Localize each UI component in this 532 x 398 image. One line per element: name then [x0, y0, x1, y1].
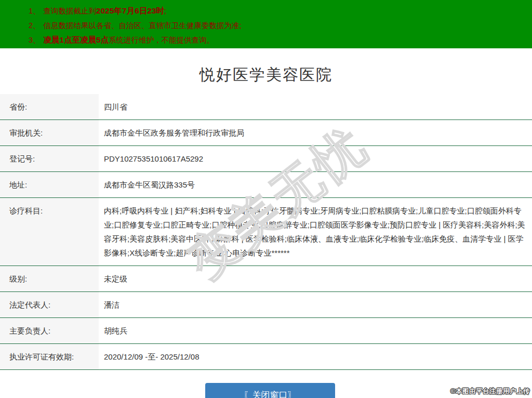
notice-line-2: 2、信息数据结果以各省、自治区、直辖市卫生健康委数据为准;: [29, 18, 527, 33]
notice-banner: 1、查询数据截止到2025年7月6日23时; 2、信息数据结果以各省、自治区、直…: [0, 0, 532, 48]
row-label: 地址:: [0, 172, 99, 197]
notice-text: 系统进行维护，不能提供查询。: [109, 36, 214, 44]
notice-text: 信息数据结果以各省、自治区、直辖市卫生健康委数据为准;: [44, 21, 242, 30]
row-label: 省份:: [0, 94, 99, 120]
row-label: 诊疗科目:: [0, 198, 99, 266]
table-row-medical-subjects: 诊疗科目: 内科;呼吸内科专业 | 妇产科;妇科专业 | 口腔科;牙体牙髓病专业…: [0, 198, 532, 266]
row-value: 成都市金牛区蜀汉路335号: [99, 172, 532, 197]
table-row-province: 省份: 四川省: [0, 94, 532, 120]
query-result-page: 1、查询数据截止到2025年7月6日23时; 2、信息数据结果以各省、自治区、直…: [0, 0, 532, 398]
row-value: 胡纯兵: [99, 318, 532, 343]
table-row-legal-representative: 法定代表人: 潘洁: [0, 292, 532, 318]
notice-text-bold: 2025年7月6日23时: [96, 6, 164, 15]
row-label: 登记号:: [0, 146, 99, 171]
notice-number: 1、: [29, 7, 41, 15]
row-value: 未定级: [99, 266, 532, 291]
table-row-address: 地址: 成都市金牛区蜀汉路335号: [0, 172, 532, 198]
notice-line-3: 3、凌晨1点至凌晨5点系统进行维护，不能提供查询。: [29, 33, 527, 47]
table-row-principal: 主要负责人: 胡纯兵: [0, 318, 532, 344]
table-row-level: 级别: 未定级: [0, 266, 532, 292]
row-label: 级别:: [0, 266, 99, 291]
row-value: 潘洁: [99, 292, 532, 317]
notice-number: 3、: [29, 36, 41, 44]
notice-text-bold: 凌晨1点至凌晨5点: [44, 35, 109, 44]
notice-text: ;: [164, 7, 166, 15]
hospital-info-table: 省份: 四川省 审批机关: 成都市金牛区政务服务管理和行政审批局 登记号: PD…: [0, 94, 532, 370]
notice-number: 2、: [29, 21, 41, 30]
row-label: 主要负责人:: [0, 318, 99, 343]
row-label: 审批机关:: [0, 120, 99, 145]
row-value: 内科;呼吸内科专业 | 妇产科;妇科专业 | 口腔科;牙体牙髓病专业;牙周病专业…: [99, 198, 532, 266]
row-value: PDY10275351010617A5292: [99, 146, 532, 171]
row-value: 四川省: [99, 94, 532, 120]
table-row-license-validity: 执业许可证有效期: 2020/12/09 -至- 2025/12/08: [0, 344, 532, 370]
notice-text: 查询数据截止到: [44, 7, 97, 15]
row-value: 2020/12/09 -至- 2025/12/08: [99, 344, 532, 369]
row-label: 执业许可证有效期:: [0, 344, 99, 369]
notice-line-1: 1、查询数据截止到2025年7月6日23时;: [29, 4, 527, 18]
hospital-title: 悦好医学美容医院: [0, 63, 532, 86]
table-row-approval-authority: 审批机关: 成都市金牛区政务服务管理和行政审批局: [0, 120, 532, 146]
table-row-registration-number: 登记号: PDY10275351010617A5292: [0, 146, 532, 172]
row-label: 法定代表人:: [0, 292, 99, 317]
photo-credit-watermark: ©本图由平台注册用户上传: [450, 387, 530, 396]
close-window-button[interactable]: 〖关闭窗口〗: [205, 383, 335, 398]
row-value: 成都市金牛区政务服务管理和行政审批局: [99, 120, 532, 145]
